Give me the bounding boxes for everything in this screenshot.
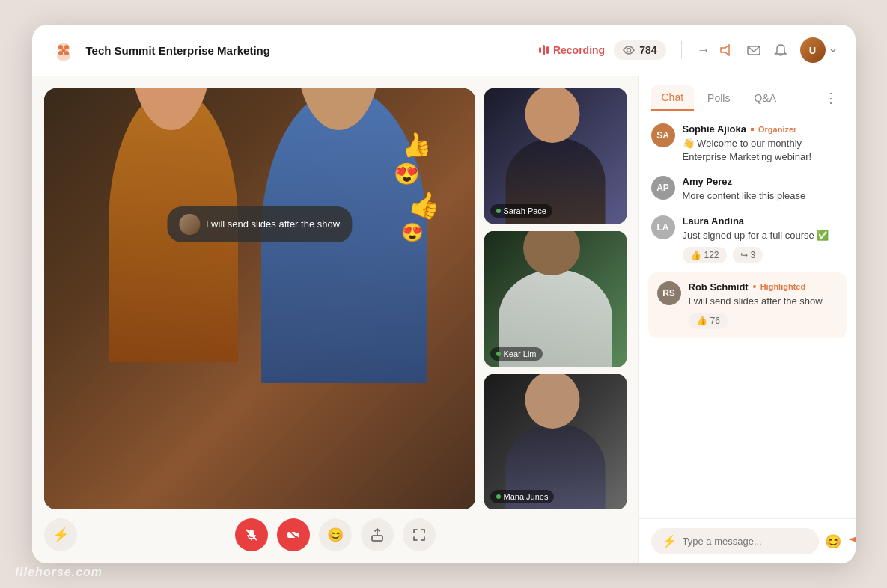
- mute-button[interactable]: [235, 518, 268, 551]
- video-off-button[interactable]: [277, 518, 310, 551]
- reaction-like-rob[interactable]: 👍 76: [689, 313, 728, 329]
- side-video-label-3: Mana Junes: [490, 490, 555, 503]
- msg-name-rob: Rob Schmidt: [689, 281, 749, 293]
- emoji-picker-button[interactable]: 😊: [825, 533, 841, 550]
- recording-badge: Recording: [539, 44, 605, 56]
- avatar-laura: LA: [651, 215, 675, 239]
- send-button[interactable]: [847, 532, 856, 551]
- tab-chat[interactable]: Chat: [651, 85, 695, 111]
- reaction-share-laura[interactable]: ↪ 3: [733, 247, 763, 263]
- msg-header-laura: Laura Andina: [683, 215, 844, 227]
- reaction-like-count: 122: [704, 250, 719, 260]
- chat-message-2: AP Amy Perez More content like this plea…: [651, 176, 844, 203]
- svg-point-3: [64, 51, 69, 55]
- mic-slash-icon: [245, 528, 258, 542]
- chevron-down-icon: [829, 46, 838, 55]
- wave-bar-2: [543, 45, 545, 55]
- tab-polls[interactable]: Polls: [697, 86, 740, 110]
- viewer-count: 784: [614, 40, 665, 60]
- bubble-avatar: [179, 214, 200, 235]
- video-slash-icon: [287, 528, 300, 542]
- speaker-icon[interactable]: [719, 43, 734, 58]
- header-icons: U: [719, 37, 838, 63]
- tab-qa[interactable]: Q&A: [743, 86, 787, 110]
- video-grid: I will send slides after the show 👍 😍 👍 …: [44, 88, 627, 509]
- msg-name-sophie: Sophie Ajioka: [683, 123, 746, 135]
- chat-more-button[interactable]: ⋮: [818, 87, 844, 109]
- recording-waves: [539, 45, 549, 55]
- reaction-like-count-rob: 76: [710, 316, 720, 326]
- msg-name-laura: Laura Andina: [683, 215, 745, 227]
- eye-icon: [623, 44, 635, 56]
- emoji-floats: 👍 😍 👍 😍: [401, 130, 440, 243]
- svg-point-0: [58, 45, 63, 49]
- logo-icon: [50, 37, 77, 64]
- msg-name-amy: Amy Perez: [683, 176, 732, 187]
- fullscreen-icon: [412, 528, 426, 542]
- arrow-icon[interactable]: →: [697, 43, 710, 58]
- app-title: Tech Summit Enterprise Marketing: [86, 44, 530, 57]
- svg-point-4: [61, 49, 65, 52]
- side-video-2: Kear Lim: [484, 231, 627, 367]
- side-video-dot-2: [496, 352, 501, 356]
- side-video-label-2: Kear Lim: [490, 347, 543, 361]
- msg-reactions-rob: 👍 76: [689, 313, 838, 329]
- emoji-button[interactable]: 😊: [319, 518, 352, 551]
- msg-badge-sophie: Organizer: [758, 125, 796, 134]
- reaction-share-count: 3: [751, 250, 756, 260]
- emoji-heart-eyes: 😍: [394, 162, 440, 186]
- side-video-1: Sarah Pace: [484, 88, 627, 224]
- msg-text-amy: More content like this please: [683, 189, 844, 203]
- chat-panel: Chat Polls Q&A ⋮ SA Sophie Ajioka Organi…: [638, 76, 856, 563]
- side-video-label-1: Sarah Pace: [490, 204, 552, 218]
- main-content: I will send slides after the show 👍 😍 👍 …: [32, 76, 856, 563]
- msg-content-rob: Rob Schmidt Highlighted I will send slid…: [689, 281, 838, 329]
- svg-point-5: [627, 49, 631, 52]
- svg-rect-12: [372, 536, 382, 541]
- app-container: Tech Summit Enterprise Marketing Recordi…: [32, 25, 856, 563]
- main-video: I will send slides after the show 👍 😍 👍 …: [44, 88, 475, 509]
- user-avatar: U: [800, 37, 826, 63]
- msg-badge-rob: Highlighted: [760, 282, 806, 291]
- share-button[interactable]: [361, 518, 394, 551]
- chat-input[interactable]: [683, 536, 808, 547]
- header-divider: [681, 41, 682, 59]
- svg-marker-6: [721, 45, 729, 55]
- lightning-button[interactable]: ⚡: [44, 518, 77, 551]
- chat-message-rob: RS Rob Schmidt Highlighted I will send s…: [648, 272, 847, 338]
- msg-content-sophie: Sophie Ajioka Organizer 👋 Welcome to our…: [683, 123, 844, 164]
- msg-text-laura: Just signed up for a full course ✅: [683, 229, 844, 242]
- mail-icon[interactable]: [746, 43, 761, 58]
- video-area: I will send slides after the show 👍 😍 👍 …: [32, 76, 638, 563]
- dot-separator-1: [751, 128, 754, 131]
- bell-icon[interactable]: [773, 43, 788, 58]
- msg-text-sophie: 👋 Welcome to our monthly Enterprise Mark…: [683, 137, 844, 164]
- side-video-name-2: Kear Lim: [504, 349, 537, 358]
- header: Tech Summit Enterprise Marketing Recordi…: [32, 25, 856, 76]
- send-icon: [847, 532, 856, 547]
- input-lightning-icon: ⚡: [662, 534, 677, 548]
- bubble-text: I will send slides after the show: [206, 218, 340, 230]
- msg-header-rob: Rob Schmidt Highlighted: [689, 281, 838, 293]
- svg-point-2: [58, 51, 63, 55]
- avatar-rob: RS: [657, 281, 681, 305]
- side-video-dot-1: [496, 209, 501, 213]
- msg-reactions-laura: 👍 122 ↪ 3: [683, 247, 844, 263]
- reaction-share-icon: ↪: [740, 250, 748, 260]
- reaction-like-icon-rob: 👍: [696, 316, 707, 326]
- reaction-like-laura[interactable]: 👍 122: [683, 247, 727, 263]
- side-video-dot-3: [496, 494, 501, 499]
- side-video-name-3: Mana Junes: [504, 492, 549, 501]
- share-icon: [371, 528, 384, 542]
- chat-input-wrapper: ⚡: [651, 528, 819, 554]
- msg-content-laura: Laura Andina Just signed up for a full c…: [683, 215, 844, 263]
- viewer-number: 784: [639, 44, 656, 56]
- chat-message-1: SA Sophie Ajioka Organizer 👋 Welcome to …: [651, 123, 844, 164]
- fullscreen-button[interactable]: [403, 518, 436, 551]
- chat-input-area: ⚡ 😊: [639, 518, 856, 563]
- wave-bar-3: [546, 46, 549, 54]
- wave-bar-1: [539, 47, 541, 53]
- avatar-sophie: SA: [651, 123, 675, 147]
- chat-message-3: LA Laura Andina Just signed up for a ful…: [651, 215, 844, 263]
- user-avatar-menu[interactable]: U: [800, 37, 838, 63]
